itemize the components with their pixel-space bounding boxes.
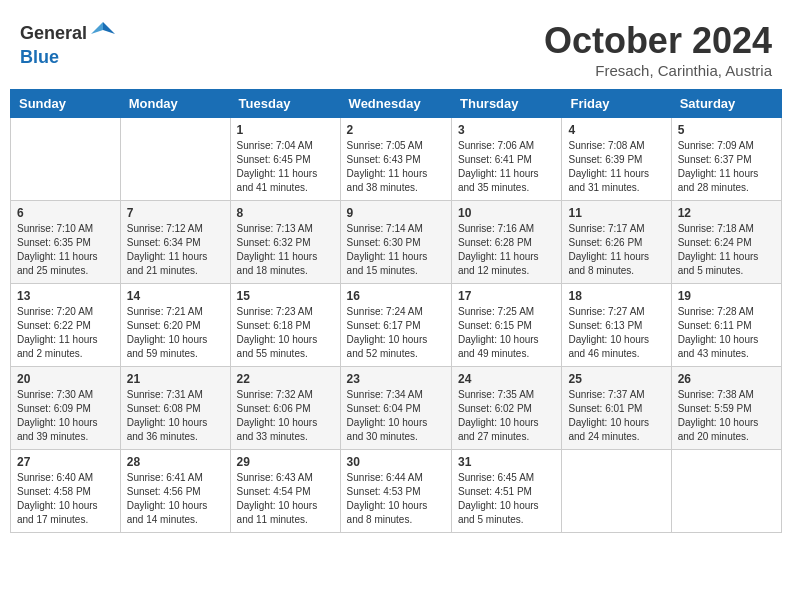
day-info: Sunrise: 6:41 AM Sunset: 4:56 PM Dayligh…	[127, 471, 224, 527]
calendar-table: SundayMondayTuesdayWednesdayThursdayFrid…	[10, 89, 782, 533]
calendar-cell: 20Sunrise: 7:30 AM Sunset: 6:09 PM Dayli…	[11, 367, 121, 450]
day-number: 17	[458, 289, 555, 303]
calendar-week-row: 13Sunrise: 7:20 AM Sunset: 6:22 PM Dayli…	[11, 284, 782, 367]
calendar-cell: 30Sunrise: 6:44 AM Sunset: 4:53 PM Dayli…	[340, 450, 451, 533]
calendar-cell: 5Sunrise: 7:09 AM Sunset: 6:37 PM Daylig…	[671, 118, 781, 201]
day-info: Sunrise: 7:24 AM Sunset: 6:17 PM Dayligh…	[347, 305, 445, 361]
day-number: 5	[678, 123, 775, 137]
day-info: Sunrise: 7:09 AM Sunset: 6:37 PM Dayligh…	[678, 139, 775, 195]
day-number: 29	[237, 455, 334, 469]
calendar-cell: 10Sunrise: 7:16 AM Sunset: 6:28 PM Dayli…	[452, 201, 562, 284]
calendar-header-row: SundayMondayTuesdayWednesdayThursdayFrid…	[11, 90, 782, 118]
day-info: Sunrise: 7:18 AM Sunset: 6:24 PM Dayligh…	[678, 222, 775, 278]
calendar-cell: 12Sunrise: 7:18 AM Sunset: 6:24 PM Dayli…	[671, 201, 781, 284]
calendar-cell: 18Sunrise: 7:27 AM Sunset: 6:13 PM Dayli…	[562, 284, 671, 367]
calendar-week-row: 20Sunrise: 7:30 AM Sunset: 6:09 PM Dayli…	[11, 367, 782, 450]
calendar-cell	[11, 118, 121, 201]
day-info: Sunrise: 6:45 AM Sunset: 4:51 PM Dayligh…	[458, 471, 555, 527]
day-number: 1	[237, 123, 334, 137]
day-number: 7	[127, 206, 224, 220]
day-number: 2	[347, 123, 445, 137]
day-info: Sunrise: 7:34 AM Sunset: 6:04 PM Dayligh…	[347, 388, 445, 444]
day-number: 8	[237, 206, 334, 220]
day-info: Sunrise: 7:35 AM Sunset: 6:02 PM Dayligh…	[458, 388, 555, 444]
calendar-cell: 13Sunrise: 7:20 AM Sunset: 6:22 PM Dayli…	[11, 284, 121, 367]
day-info: Sunrise: 7:31 AM Sunset: 6:08 PM Dayligh…	[127, 388, 224, 444]
day-info: Sunrise: 7:08 AM Sunset: 6:39 PM Dayligh…	[568, 139, 664, 195]
day-info: Sunrise: 7:38 AM Sunset: 5:59 PM Dayligh…	[678, 388, 775, 444]
calendar-cell	[671, 450, 781, 533]
calendar-header-friday: Friday	[562, 90, 671, 118]
header: General Blue October 2024 Fresach, Carin…	[10, 10, 782, 84]
calendar-week-row: 27Sunrise: 6:40 AM Sunset: 4:58 PM Dayli…	[11, 450, 782, 533]
day-info: Sunrise: 7:21 AM Sunset: 6:20 PM Dayligh…	[127, 305, 224, 361]
calendar-cell: 14Sunrise: 7:21 AM Sunset: 6:20 PM Dayli…	[120, 284, 230, 367]
calendar-cell: 15Sunrise: 7:23 AM Sunset: 6:18 PM Dayli…	[230, 284, 340, 367]
day-number: 6	[17, 206, 114, 220]
day-info: Sunrise: 7:10 AM Sunset: 6:35 PM Dayligh…	[17, 222, 114, 278]
day-info: Sunrise: 7:27 AM Sunset: 6:13 PM Dayligh…	[568, 305, 664, 361]
logo-general-text: General	[20, 24, 87, 44]
day-info: Sunrise: 7:30 AM Sunset: 6:09 PM Dayligh…	[17, 388, 114, 444]
calendar-cell: 9Sunrise: 7:14 AM Sunset: 6:30 PM Daylig…	[340, 201, 451, 284]
day-info: Sunrise: 7:12 AM Sunset: 6:34 PM Dayligh…	[127, 222, 224, 278]
day-number: 15	[237, 289, 334, 303]
calendar-cell: 29Sunrise: 6:43 AM Sunset: 4:54 PM Dayli…	[230, 450, 340, 533]
calendar-cell: 3Sunrise: 7:06 AM Sunset: 6:41 PM Daylig…	[452, 118, 562, 201]
calendar-cell: 27Sunrise: 6:40 AM Sunset: 4:58 PM Dayli…	[11, 450, 121, 533]
day-number: 31	[458, 455, 555, 469]
day-number: 4	[568, 123, 664, 137]
calendar-week-row: 1Sunrise: 7:04 AM Sunset: 6:45 PM Daylig…	[11, 118, 782, 201]
calendar-cell: 4Sunrise: 7:08 AM Sunset: 6:39 PM Daylig…	[562, 118, 671, 201]
calendar-cell: 26Sunrise: 7:38 AM Sunset: 5:59 PM Dayli…	[671, 367, 781, 450]
calendar-cell	[120, 118, 230, 201]
day-info: Sunrise: 6:44 AM Sunset: 4:53 PM Dayligh…	[347, 471, 445, 527]
day-number: 18	[568, 289, 664, 303]
day-info: Sunrise: 7:06 AM Sunset: 6:41 PM Dayligh…	[458, 139, 555, 195]
calendar-cell: 24Sunrise: 7:35 AM Sunset: 6:02 PM Dayli…	[452, 367, 562, 450]
day-number: 13	[17, 289, 114, 303]
day-info: Sunrise: 7:20 AM Sunset: 6:22 PM Dayligh…	[17, 305, 114, 361]
day-info: Sunrise: 7:32 AM Sunset: 6:06 PM Dayligh…	[237, 388, 334, 444]
calendar-cell: 25Sunrise: 7:37 AM Sunset: 6:01 PM Dayli…	[562, 367, 671, 450]
logo-blue-text: Blue	[20, 47, 59, 67]
calendar-week-row: 6Sunrise: 7:10 AM Sunset: 6:35 PM Daylig…	[11, 201, 782, 284]
day-info: Sunrise: 7:25 AM Sunset: 6:15 PM Dayligh…	[458, 305, 555, 361]
day-number: 19	[678, 289, 775, 303]
day-info: Sunrise: 7:14 AM Sunset: 6:30 PM Dayligh…	[347, 222, 445, 278]
day-number: 12	[678, 206, 775, 220]
calendar-cell: 6Sunrise: 7:10 AM Sunset: 6:35 PM Daylig…	[11, 201, 121, 284]
calendar-cell	[562, 450, 671, 533]
calendar-cell: 16Sunrise: 7:24 AM Sunset: 6:17 PM Dayli…	[340, 284, 451, 367]
day-info: Sunrise: 7:37 AM Sunset: 6:01 PM Dayligh…	[568, 388, 664, 444]
calendar-cell: 28Sunrise: 6:41 AM Sunset: 4:56 PM Dayli…	[120, 450, 230, 533]
day-info: Sunrise: 7:05 AM Sunset: 6:43 PM Dayligh…	[347, 139, 445, 195]
calendar-cell: 21Sunrise: 7:31 AM Sunset: 6:08 PM Dayli…	[120, 367, 230, 450]
day-info: Sunrise: 7:04 AM Sunset: 6:45 PM Dayligh…	[237, 139, 334, 195]
calendar-header-tuesday: Tuesday	[230, 90, 340, 118]
calendar-header-saturday: Saturday	[671, 90, 781, 118]
calendar-cell: 23Sunrise: 7:34 AM Sunset: 6:04 PM Dayli…	[340, 367, 451, 450]
day-number: 24	[458, 372, 555, 386]
calendar-cell: 31Sunrise: 6:45 AM Sunset: 4:51 PM Dayli…	[452, 450, 562, 533]
calendar-cell: 2Sunrise: 7:05 AM Sunset: 6:43 PM Daylig…	[340, 118, 451, 201]
day-number: 25	[568, 372, 664, 386]
day-number: 14	[127, 289, 224, 303]
day-number: 22	[237, 372, 334, 386]
day-number: 11	[568, 206, 664, 220]
calendar-body: 1Sunrise: 7:04 AM Sunset: 6:45 PM Daylig…	[11, 118, 782, 533]
calendar-cell: 1Sunrise: 7:04 AM Sunset: 6:45 PM Daylig…	[230, 118, 340, 201]
calendar-cell: 19Sunrise: 7:28 AM Sunset: 6:11 PM Dayli…	[671, 284, 781, 367]
calendar-cell: 8Sunrise: 7:13 AM Sunset: 6:32 PM Daylig…	[230, 201, 340, 284]
day-number: 23	[347, 372, 445, 386]
calendar-header-sunday: Sunday	[11, 90, 121, 118]
title-area: October 2024 Fresach, Carinthia, Austria	[544, 20, 772, 79]
calendar-cell: 17Sunrise: 7:25 AM Sunset: 6:15 PM Dayli…	[452, 284, 562, 367]
day-number: 21	[127, 372, 224, 386]
calendar-header-thursday: Thursday	[452, 90, 562, 118]
calendar-cell: 22Sunrise: 7:32 AM Sunset: 6:06 PM Dayli…	[230, 367, 340, 450]
day-info: Sunrise: 7:16 AM Sunset: 6:28 PM Dayligh…	[458, 222, 555, 278]
calendar-cell: 7Sunrise: 7:12 AM Sunset: 6:34 PM Daylig…	[120, 201, 230, 284]
day-number: 30	[347, 455, 445, 469]
day-info: Sunrise: 7:17 AM Sunset: 6:26 PM Dayligh…	[568, 222, 664, 278]
